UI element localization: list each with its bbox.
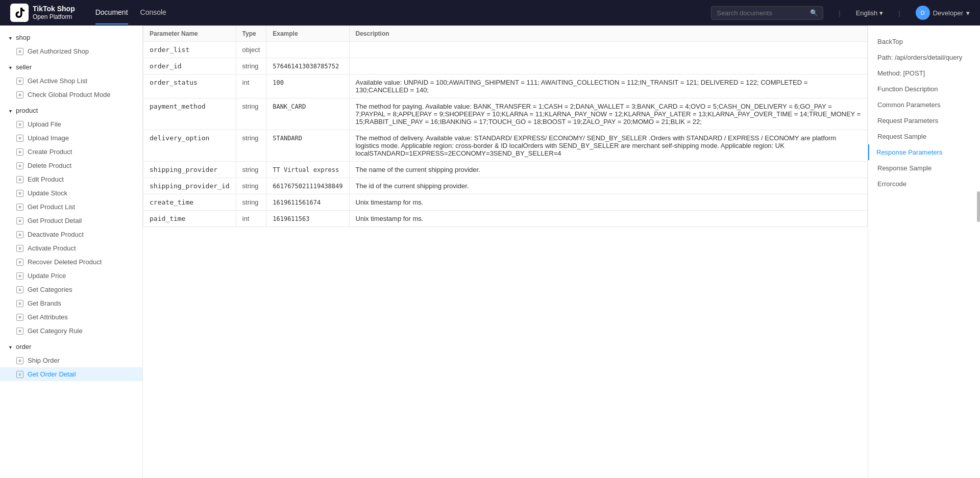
right-panel-item-function-description[interactable]: Function Description: [868, 81, 980, 97]
table-row: shipping_provider string TT Virtual expr…: [143, 162, 868, 178]
sidebar-section-header-shop[interactable]: shop: [0, 31, 142, 44]
sidebar-item-label: Get Authorized Shop: [28, 47, 89, 55]
sidebar-item-label: Get Order Detail: [28, 370, 76, 378]
table-row: delivery_option string STANDARD The meth…: [143, 130, 868, 162]
right-panel-item-request-sample[interactable]: Request Sample: [868, 129, 980, 144]
field-desc-cell: The id of the current shipping provider.: [349, 178, 867, 194]
sidebar-item-edit-product[interactable]: ≡ Edit Product: [0, 172, 142, 186]
sidebar-item-get-categories[interactable]: ≡ Get Categories: [0, 283, 142, 296]
col-header-type: Type: [236, 26, 266, 42]
sidebar-item-delete-product[interactable]: ≡ Delete Product: [0, 159, 142, 172]
field-name-cell: delivery_option: [143, 130, 236, 162]
sidebar-item-get-authorized-shop[interactable]: ≡ Get Authorized Shop: [0, 44, 142, 58]
table-row: order_list object: [143, 42, 868, 58]
table-row: order_status int 100 Available value: UN…: [143, 74, 868, 98]
right-panel-item-response-parameters[interactable]: Response Parameters: [868, 144, 980, 160]
logo: TikTok Shop Open Platform: [10, 4, 75, 22]
sidebar-item-label: Get Categories: [28, 286, 72, 293]
sidebar-item-ship-order[interactable]: ≡ Ship Order: [0, 354, 142, 367]
sidebar-section-label-seller: seller: [16, 63, 32, 71]
field-type-cell: string: [236, 58, 266, 74]
header: TikTok Shop Open Platform Document Conso…: [0, 0, 980, 26]
header-nav: Document Console: [95, 1, 166, 24]
sidebar-item-update-stock[interactable]: ≡ Update Stock: [0, 186, 142, 200]
sidebar-item-label: Upload File: [28, 120, 61, 128]
sidebar-item-create-product[interactable]: ≡ Create Product: [0, 145, 142, 159]
field-desc-cell: The name of the current shipping provide…: [349, 162, 867, 178]
table-row: payment_method string BANK_CARD The meth…: [143, 98, 868, 130]
sidebar-item-get-brands[interactable]: ≡ Get Brands: [0, 296, 142, 310]
divider-1: |: [839, 9, 840, 17]
nav-console[interactable]: Console: [140, 1, 166, 24]
sidebar-item-check-global-product-mode[interactable]: ≡ Check Global Product Mode: [0, 88, 142, 102]
right-panel: BackTopPath: /api/orders/detail/queryMet…: [868, 26, 980, 478]
col-header-example: Example: [266, 26, 349, 42]
sidebar-item-activate-product[interactable]: ≡ Activate Product: [0, 241, 142, 255]
tiktok-logo-icon: [10, 4, 29, 22]
field-example-cell: BANK_CARD: [266, 98, 349, 130]
scrollbar-thumb[interactable]: [977, 191, 980, 222]
field-desc-cell: The method for paying. Available value: …: [349, 98, 867, 130]
chevron-down-icon: ▾: [879, 9, 883, 17]
field-example-cell: TT Virtual express: [266, 162, 349, 178]
sidebar-item-label: Update Stock: [28, 189, 67, 197]
sidebar-item-update-price[interactable]: ≡ Update Price: [0, 269, 142, 283]
doc-icon-12: ≡: [16, 231, 23, 238]
field-example-cell: 1619611563: [266, 211, 349, 227]
field-name-cell: paid_time: [143, 211, 236, 227]
sidebar-item-label: Update Price: [28, 272, 66, 280]
field-desc-cell: Unix timestamp for ms.: [349, 194, 867, 211]
right-panel-item-response-sample[interactable]: Response Sample: [868, 160, 980, 176]
chevron-down-icon-seller: [8, 63, 13, 71]
field-name-cell: payment_method: [143, 98, 236, 130]
field-name-cell: create_time: [143, 194, 236, 211]
sidebar-item-get-order-detail[interactable]: ≡ Get Order Detail: [0, 367, 142, 381]
table-header-row: Parameter Name Type Example Description: [143, 26, 868, 42]
search-icon: 🔍: [810, 9, 818, 16]
doc-icon-21: ≡: [16, 371, 23, 378]
sidebar-item-label: Activate Product: [28, 244, 76, 252]
right-panel-item-request-parameters[interactable]: Request Parameters: [868, 113, 980, 129]
sidebar-item-upload-file[interactable]: ≡ Upload File: [0, 117, 142, 131]
right-panel-item-method[interactable]: Method: [POST]: [868, 65, 980, 81]
doc-icon-11: ≡: [16, 217, 23, 224]
right-panel-item-backtop[interactable]: BackTop: [868, 34, 980, 49]
doc-icon-8: ≡: [16, 176, 23, 183]
field-desc-cell: [349, 42, 867, 58]
sidebar-section-header-product[interactable]: product: [0, 104, 142, 117]
field-example-cell: 1619611561674: [266, 194, 349, 211]
sidebar-item-get-active-shop-list[interactable]: ≡ Get Active Shop List: [0, 74, 142, 88]
sidebar-item-label: Edit Product: [28, 175, 64, 183]
developer-button[interactable]: D Developer ▾: [916, 6, 970, 20]
language-selector[interactable]: English ▾: [856, 9, 884, 17]
svg-rect-0: [10, 4, 29, 22]
sidebar-item-label: Get Product List: [28, 203, 75, 211]
search-box: 🔍: [711, 6, 823, 20]
field-name-cell: order_status: [143, 74, 236, 98]
right-panel-item-common-parameters[interactable]: Common Parameters: [868, 97, 980, 113]
doc-icon-17: ≡: [16, 300, 23, 307]
field-example-cell: STANDARD: [266, 130, 349, 162]
sidebar-section-header-seller[interactable]: seller: [0, 60, 142, 74]
sidebar-item-get-product-list[interactable]: ≡ Get Product List: [0, 200, 142, 214]
table-row: paid_time int 1619611563 Unix timestamp …: [143, 211, 868, 227]
right-panel-item-errorcode[interactable]: Errorcode: [868, 176, 980, 192]
sidebar-section-label-shop: shop: [16, 34, 30, 41]
sidebar-section-header-order[interactable]: order: [0, 340, 142, 354]
table-row: create_time string 1619611561674 Unix ti…: [143, 194, 868, 211]
field-type-cell: string: [236, 162, 266, 178]
right-panel-item-path[interactable]: Path: /api/orders/detail/query: [868, 49, 980, 65]
sidebar-item-deactivate-product[interactable]: ≡ Deactivate Product: [0, 228, 142, 241]
sidebar-item-get-category-rule[interactable]: ≡ Get Category Rule: [0, 324, 142, 338]
chevron-down-icon-product: [8, 107, 13, 114]
nav-document[interactable]: Document: [95, 1, 128, 24]
field-desc-cell: Unix timestamp for ms.: [349, 211, 867, 227]
sidebar-item-get-product-detail[interactable]: ≡ Get Product Detail: [0, 214, 142, 228]
search-input[interactable]: [717, 9, 807, 17]
field-name-cell: order_list: [143, 42, 236, 58]
sidebar-item-upload-image[interactable]: ≡ Upload Image: [0, 131, 142, 145]
field-example-cell: [266, 42, 349, 58]
sidebar-item-recover-deleted-product[interactable]: ≡ Recover Deleted Product: [0, 255, 142, 269]
doc-icon-15: ≡: [16, 272, 23, 280]
sidebar-item-get-attributes[interactable]: ≡ Get Attributes: [0, 310, 142, 324]
